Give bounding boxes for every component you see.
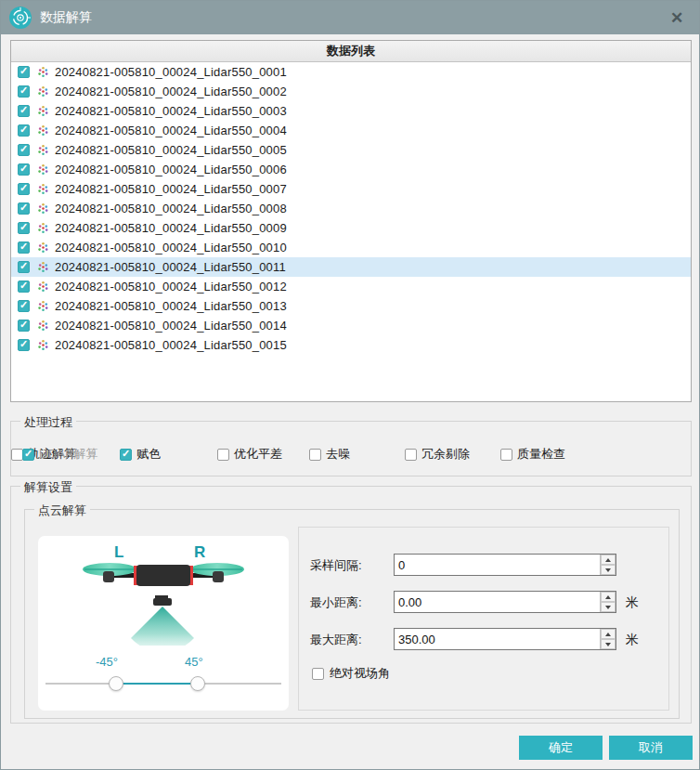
slider-handle-max[interactable] <box>190 676 205 691</box>
window-title: 数据解算 <box>40 9 92 26</box>
spin-down-icon[interactable] <box>601 565 616 575</box>
pointcloud-groupbox: 点云解算 L R <box>24 509 680 719</box>
list-item[interactable]: 20240821-005810_00024_Lidar550_0011 <box>11 257 691 277</box>
list-item[interactable]: 20240821-005810_00024_Lidar550_0010 <box>11 238 691 257</box>
list-item[interactable]: 20240821-005810_00024_Lidar550_0015 <box>11 335 691 355</box>
list-item[interactable]: 20240821-005810_00024_Lidar550_0008 <box>11 199 691 218</box>
fov-range-slider[interactable] <box>45 675 281 692</box>
point-cloud-icon <box>37 202 49 215</box>
numeric-field-row: 最大距离: 米 <box>299 628 668 650</box>
spinner-buttons <box>600 555 616 575</box>
process-option-label: 去噪 <box>326 446 350 463</box>
item-checkbox[interactable] <box>18 241 30 254</box>
process-checkbox[interactable] <box>120 449 132 461</box>
cancel-button[interactable]: 取消 <box>609 736 693 760</box>
item-label: 20240821-005810_00024_Lidar550_0015 <box>55 338 287 352</box>
process-option[interactable]: 优化平差 <box>217 446 282 463</box>
process-option-label: 赋色 <box>136 446 161 463</box>
list-item[interactable]: 20240821-005810_00024_Lidar550_0012 <box>11 277 691 296</box>
process-checkbox[interactable] <box>217 449 229 461</box>
item-label: 20240821-005810_00024_Lidar550_0007 <box>55 182 287 196</box>
item-label: 20240821-005810_00024_Lidar550_0011 <box>55 260 286 274</box>
item-checkbox[interactable] <box>18 339 30 351</box>
point-cloud-icon <box>37 163 49 176</box>
absolute-fov-checkbox[interactable] <box>312 668 324 680</box>
min-angle-label: -45° <box>96 655 118 669</box>
item-label: 20240821-005810_00024_Lidar550_0004 <box>55 124 287 137</box>
process-checkbox[interactable] <box>309 449 321 461</box>
data-list-header: 数据列表 <box>11 41 691 62</box>
list-item[interactable]: 20240821-005810_00024_Lidar550_0006 <box>11 160 691 179</box>
drone-scan-illustration <box>38 560 289 646</box>
absolute-fov-option[interactable]: 绝对视场角 <box>312 665 390 682</box>
item-checkbox[interactable] <box>18 222 30 234</box>
item-checkbox[interactable] <box>18 202 30 215</box>
item-checkbox[interactable] <box>18 261 30 273</box>
process-group-label: 处理过程 <box>20 414 76 431</box>
point-cloud-icon <box>37 183 49 195</box>
close-icon[interactable]: ✕ <box>664 6 690 30</box>
spin-down-icon[interactable] <box>601 602 616 612</box>
item-checkbox[interactable] <box>18 281 30 293</box>
ok-button[interactable]: 确定 <box>519 736 603 760</box>
process-option[interactable]: 赋色 <box>120 446 161 463</box>
slider-active-track <box>116 683 198 685</box>
list-item[interactable]: 20240821-005810_00024_Lidar550_0004 <box>11 121 691 140</box>
list-item[interactable]: 20240821-005810_00024_Lidar550_0001 <box>11 62 691 82</box>
item-checkbox[interactable] <box>18 66 30 78</box>
item-checkbox[interactable] <box>18 163 30 176</box>
list-item[interactable]: 20240821-005810_00024_Lidar550_0007 <box>11 179 691 199</box>
spin-up-icon[interactable] <box>601 592 616 602</box>
list-item[interactable]: 20240821-005810_00024_Lidar550_0003 <box>11 101 691 121</box>
item-label: 20240821-005810_00024_Lidar550_0012 <box>55 280 287 294</box>
field-label: 最大距离: <box>310 632 362 648</box>
spin-up-icon[interactable] <box>601 629 616 639</box>
numeric-field-row: 采样间隔: <box>299 554 668 576</box>
field-unit-label: 米 <box>626 632 639 648</box>
data-list-body[interactable]: 20240821-005810_00024_Lidar550_0001 2024… <box>11 62 691 401</box>
item-checkbox[interactable] <box>18 144 30 156</box>
item-label: 20240821-005810_00024_Lidar550_0013 <box>55 299 287 313</box>
spin-up-icon[interactable] <box>601 555 616 565</box>
settings-groupbox: 解算设置 点云解算 L R <box>10 486 692 724</box>
list-item[interactable]: 20240821-005810_00024_Lidar550_0002 <box>11 82 691 101</box>
spin-down-icon[interactable] <box>601 639 616 649</box>
item-label: 20240821-005810_00024_Lidar550_0014 <box>55 319 287 333</box>
item-checkbox[interactable] <box>18 320 30 332</box>
drone-illustration-card: L R <box>38 536 289 711</box>
item-label: 20240821-005810_00024_Lidar550_0010 <box>55 241 287 254</box>
process-option-label: 冗余剔除 <box>421 446 470 463</box>
list-item[interactable]: 20240821-005810_00024_Lidar550_0014 <box>11 316 691 335</box>
list-item[interactable]: 20240821-005810_00024_Lidar550_0009 <box>11 218 691 238</box>
process-option[interactable]: 去噪 <box>309 446 350 463</box>
process-groupbox: 处理过程 轨迹解算 LiDAR解算 赋色 优化平差 去噪 冗余剔除 质量检查 <box>10 421 692 476</box>
item-checkbox[interactable] <box>18 85 30 98</box>
field-input[interactable] <box>395 555 600 575</box>
list-item[interactable]: 20240821-005810_00024_Lidar550_0013 <box>11 296 691 316</box>
list-item[interactable]: 20240821-005810_00024_Lidar550_0005 <box>11 140 691 160</box>
process-option[interactable]: LiDAR解算 <box>22 446 98 463</box>
item-checkbox[interactable] <box>18 300 30 312</box>
point-cloud-icon <box>37 66 49 78</box>
item-label: 20240821-005810_00024_Lidar550_0009 <box>55 221 287 235</box>
point-cloud-icon <box>37 222 49 234</box>
process-checkbox[interactable] <box>405 449 417 461</box>
field-label: 采样间隔: <box>310 557 362 574</box>
process-option-label: 质量检查 <box>517 446 565 463</box>
field-input[interactable] <box>395 629 600 649</box>
process-option-label: LiDAR解算 <box>39 446 98 463</box>
process-checkbox[interactable] <box>22 449 34 461</box>
item-checkbox[interactable] <box>18 105 30 117</box>
item-checkbox[interactable] <box>18 124 30 137</box>
data-list-panel: 数据列表 20240821-005810_00024_Lidar550_0001… <box>10 40 692 402</box>
field-input[interactable] <box>395 592 600 612</box>
pointcloud-form-panel: 绝对视场角 采样间隔: 最小距离: 米 最大距离: <box>298 527 669 711</box>
item-label: 20240821-005810_00024_Lidar550_0006 <box>55 163 287 176</box>
slider-handle-min[interactable] <box>109 676 123 691</box>
point-cloud-icon <box>37 144 49 156</box>
item-checkbox[interactable] <box>18 183 30 195</box>
point-cloud-icon <box>37 320 49 332</box>
process-option[interactable]: 质量检查 <box>500 446 565 463</box>
process-option[interactable]: 冗余剔除 <box>405 446 470 463</box>
process-checkbox[interactable] <box>500 449 512 461</box>
